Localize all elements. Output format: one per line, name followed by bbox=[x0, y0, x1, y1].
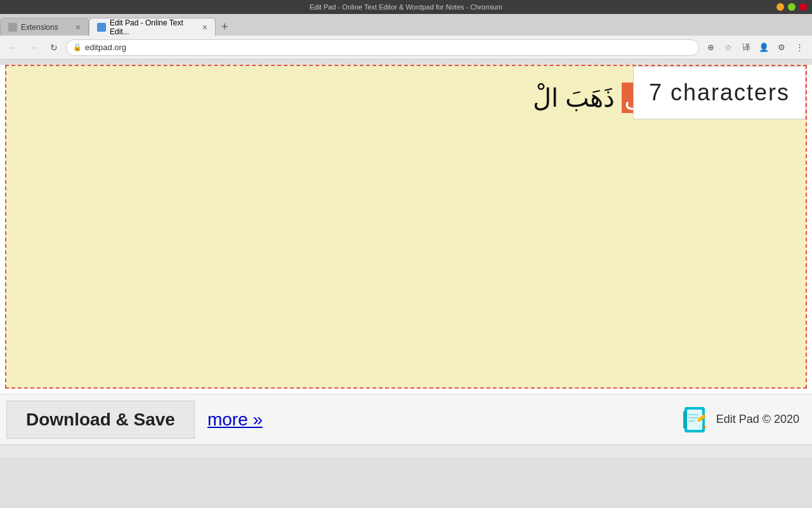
extension-button[interactable]: ⚙ bbox=[774, 40, 789, 55]
translate-icon: 译 bbox=[742, 42, 750, 53]
tab-editpad[interactable]: Edit Pad - Online Text Edit... × bbox=[89, 18, 216, 36]
url-text: editpad.org bbox=[85, 43, 126, 52]
bookmark-button[interactable]: ☆ bbox=[721, 40, 736, 55]
svg-rect-2 bbox=[683, 411, 687, 429]
extension-icon: ⚙ bbox=[778, 43, 785, 52]
svg-rect-6 bbox=[688, 417, 698, 418]
tabs-bar: Extensions × Edit Pad - Online Text Edit… bbox=[0, 14, 812, 36]
footer-bar: Download & Save more » E bbox=[0, 394, 812, 444]
browser-titlebar: Edit Pad - Online Text Editor & Wordpad … bbox=[0, 0, 812, 14]
editor-container[interactable]: 7 characters الْحَدِيقَةِ وَلَدُ إِلَى ذ… bbox=[5, 65, 807, 389]
close-button[interactable] bbox=[799, 3, 807, 11]
profile-icon: 👤 bbox=[759, 43, 769, 52]
tab-editpad-close[interactable]: × bbox=[202, 23, 207, 32]
char-count-number: 7 bbox=[649, 79, 663, 105]
copyright-text: Edit Pad © 2020 bbox=[716, 413, 799, 426]
tab-editpad-favicon bbox=[97, 23, 106, 32]
back-button[interactable]: ← bbox=[5, 39, 22, 56]
minimize-button[interactable] bbox=[776, 3, 784, 11]
tab-extensions[interactable]: Extensions × bbox=[0, 18, 89, 36]
window-controls bbox=[776, 3, 807, 11]
back-icon: ← bbox=[9, 43, 18, 53]
address-bar: ← → ↻ 🔒 editpad.org ⊕ ☆ 译 👤 ⚙ ⋮ bbox=[0, 36, 812, 60]
more-link[interactable]: more » bbox=[207, 410, 263, 430]
zoom-icon: ⊕ bbox=[707, 43, 714, 52]
tab-extensions-close[interactable]: × bbox=[75, 23, 81, 32]
tab-editpad-label: Edit Pad - Online Text Edit... bbox=[110, 18, 199, 36]
reload-button[interactable]: ↻ bbox=[46, 39, 62, 56]
browser-window-title: Edit Pad - Online Text Editor & Wordpad … bbox=[310, 3, 502, 11]
arabic-text-after: ذَهَبَ الْ bbox=[533, 84, 615, 112]
svg-rect-5 bbox=[688, 414, 698, 415]
char-count-label: characters bbox=[671, 79, 790, 105]
url-bar[interactable]: 🔒 editpad.org bbox=[66, 39, 699, 56]
zoom-button[interactable]: ⊕ bbox=[703, 40, 718, 55]
translate-button[interactable]: 译 bbox=[738, 40, 754, 55]
menu-button[interactable]: ⋮ bbox=[792, 40, 807, 55]
tab-extensions-favicon bbox=[8, 23, 17, 32]
menu-icon: ⋮ bbox=[796, 43, 804, 52]
forward-icon: → bbox=[29, 43, 38, 53]
svg-rect-7 bbox=[688, 420, 695, 422]
forward-button[interactable]: → bbox=[25, 39, 42, 56]
char-counter: 7 characters bbox=[633, 66, 806, 119]
maximize-button[interactable] bbox=[788, 3, 796, 11]
editpad-logo bbox=[681, 404, 711, 435]
browser-content: 7 characters الْحَدِيقَةِ وَلَدُ إِلَى ذ… bbox=[0, 65, 812, 444]
lock-icon: 🔒 bbox=[73, 43, 82, 51]
new-tab-button[interactable]: + bbox=[216, 18, 233, 36]
address-actions: ⊕ ☆ 译 👤 ⚙ ⋮ bbox=[703, 40, 807, 55]
reload-icon: ↻ bbox=[50, 43, 58, 53]
star-icon: ☆ bbox=[724, 43, 732, 52]
download-save-button[interactable]: Download & Save bbox=[6, 401, 195, 439]
new-tab-icon: + bbox=[221, 20, 228, 34]
copyright-area: Edit Pad © 2020 bbox=[681, 404, 812, 435]
status-bar bbox=[0, 444, 812, 457]
tab-extensions-label: Extensions bbox=[21, 23, 58, 32]
profile-button[interactable]: 👤 bbox=[756, 40, 771, 55]
